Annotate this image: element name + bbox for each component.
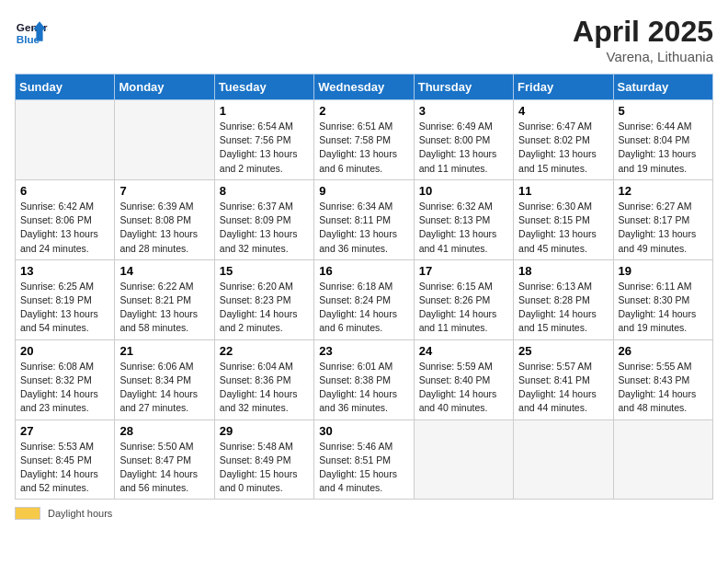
calendar-body: 1Sunrise: 6:54 AM Sunset: 7:56 PM Daylig…: [16, 100, 713, 500]
calendar-week-row: 6Sunrise: 6:42 AM Sunset: 8:06 PM Daylig…: [16, 179, 713, 259]
daylight-swatch: [15, 507, 40, 520]
day-info: Sunrise: 6:08 AM Sunset: 8:32 PM Dayligh…: [20, 360, 109, 416]
calendar-cell: 28Sunrise: 5:50 AM Sunset: 8:47 PM Dayli…: [115, 419, 214, 500]
calendar-cell: 25Sunrise: 5:57 AM Sunset: 8:41 PM Dayli…: [514, 339, 613, 419]
calendar-cell: 26Sunrise: 5:55 AM Sunset: 8:43 PM Dayli…: [613, 339, 712, 419]
day-number: 7: [119, 184, 209, 198]
calendar-cell: 5Sunrise: 6:44 AM Sunset: 8:04 PM Daylig…: [613, 100, 712, 180]
day-number: 30: [319, 424, 408, 438]
day-number: 4: [518, 104, 608, 118]
day-number: 26: [619, 344, 708, 358]
calendar-cell: 24Sunrise: 5:59 AM Sunset: 8:40 PM Dayli…: [414, 339, 513, 419]
day-info: Sunrise: 5:55 AM Sunset: 8:43 PM Dayligh…: [619, 360, 708, 416]
calendar-cell: [16, 100, 115, 180]
calendar-cell: 12Sunrise: 6:27 AM Sunset: 8:17 PM Dayli…: [613, 179, 712, 259]
location-subtitle: Varena, Lithuania: [573, 49, 713, 64]
day-info: Sunrise: 6:34 AM Sunset: 8:11 PM Dayligh…: [319, 200, 408, 256]
day-number: 29: [220, 424, 309, 438]
weekday-header: Thursday: [414, 75, 513, 100]
day-info: Sunrise: 6:54 AM Sunset: 7:56 PM Dayligh…: [220, 120, 309, 176]
calendar-cell: 19Sunrise: 6:11 AM Sunset: 8:30 PM Dayli…: [613, 259, 712, 339]
weekday-header: Friday: [514, 75, 613, 100]
day-number: 8: [220, 184, 309, 198]
day-number: 12: [619, 184, 708, 198]
calendar-cell: 13Sunrise: 6:25 AM Sunset: 8:19 PM Dayli…: [16, 259, 115, 339]
calendar-cell: 17Sunrise: 6:15 AM Sunset: 8:26 PM Dayli…: [414, 259, 513, 339]
day-info: Sunrise: 5:48 AM Sunset: 8:49 PM Dayligh…: [220, 440, 309, 496]
calendar-header: SundayMondayTuesdayWednesdayThursdayFrid…: [16, 75, 713, 100]
day-number: 2: [319, 104, 408, 118]
calendar-cell: [414, 419, 513, 500]
day-number: 27: [20, 424, 109, 438]
title-block: April 2025 Varena, Lithuania: [573, 15, 713, 64]
calendar-cell: 8Sunrise: 6:37 AM Sunset: 8:09 PM Daylig…: [214, 179, 313, 259]
calendar-cell: 11Sunrise: 6:30 AM Sunset: 8:15 PM Dayli…: [514, 179, 613, 259]
day-info: Sunrise: 6:25 AM Sunset: 8:19 PM Dayligh…: [20, 280, 109, 336]
day-info: Sunrise: 6:27 AM Sunset: 8:17 PM Dayligh…: [619, 200, 708, 256]
day-info: Sunrise: 6:47 AM Sunset: 8:02 PM Dayligh…: [518, 120, 608, 176]
day-number: 21: [119, 344, 209, 358]
calendar-cell: [115, 100, 214, 180]
day-info: Sunrise: 5:53 AM Sunset: 8:45 PM Dayligh…: [20, 440, 109, 496]
calendar-week-row: 20Sunrise: 6:08 AM Sunset: 8:32 PM Dayli…: [16, 339, 713, 419]
calendar-cell: 29Sunrise: 5:48 AM Sunset: 8:49 PM Dayli…: [214, 419, 313, 500]
weekday-header: Tuesday: [214, 75, 313, 100]
day-number: 24: [419, 344, 508, 358]
calendar-cell: 22Sunrise: 6:04 AM Sunset: 8:36 PM Dayli…: [214, 339, 313, 419]
day-number: 19: [619, 264, 708, 278]
calendar-cell: 27Sunrise: 5:53 AM Sunset: 8:45 PM Dayli…: [16, 419, 115, 500]
day-number: 1: [220, 104, 309, 118]
weekday-header: Wednesday: [314, 75, 414, 100]
day-info: Sunrise: 6:42 AM Sunset: 8:06 PM Dayligh…: [20, 200, 109, 256]
calendar-cell: 9Sunrise: 6:34 AM Sunset: 8:11 PM Daylig…: [314, 179, 414, 259]
calendar-cell: 18Sunrise: 6:13 AM Sunset: 8:28 PM Dayli…: [514, 259, 613, 339]
logo: General Blue: [15, 15, 48, 48]
day-info: Sunrise: 6:44 AM Sunset: 8:04 PM Dayligh…: [619, 120, 708, 176]
day-number: 22: [220, 344, 309, 358]
day-number: 3: [419, 104, 508, 118]
day-info: Sunrise: 6:11 AM Sunset: 8:30 PM Dayligh…: [619, 280, 708, 336]
day-info: Sunrise: 6:51 AM Sunset: 7:58 PM Dayligh…: [319, 120, 408, 176]
weekday-header: Monday: [115, 75, 214, 100]
day-info: Sunrise: 6:01 AM Sunset: 8:38 PM Dayligh…: [319, 360, 408, 416]
calendar-cell: 14Sunrise: 6:22 AM Sunset: 8:21 PM Dayli…: [115, 259, 214, 339]
day-number: 13: [20, 264, 109, 278]
day-info: Sunrise: 6:39 AM Sunset: 8:08 PM Dayligh…: [119, 200, 209, 256]
logo-icon: General Blue: [15, 15, 48, 48]
page-header: General Blue April 2025 Varena, Lithuani…: [15, 15, 713, 64]
day-info: Sunrise: 6:30 AM Sunset: 8:15 PM Dayligh…: [518, 200, 608, 256]
month-title: April 2025: [573, 15, 713, 49]
calendar-cell: 3Sunrise: 6:49 AM Sunset: 8:00 PM Daylig…: [414, 100, 513, 180]
calendar-cell: 1Sunrise: 6:54 AM Sunset: 7:56 PM Daylig…: [214, 100, 313, 180]
day-number: 17: [419, 264, 508, 278]
day-number: 23: [319, 344, 408, 358]
calendar-cell: 7Sunrise: 6:39 AM Sunset: 8:08 PM Daylig…: [115, 179, 214, 259]
day-number: 15: [220, 264, 309, 278]
day-info: Sunrise: 6:20 AM Sunset: 8:23 PM Dayligh…: [220, 280, 309, 336]
calendar-cell: 6Sunrise: 6:42 AM Sunset: 8:06 PM Daylig…: [16, 179, 115, 259]
calendar-cell: 20Sunrise: 6:08 AM Sunset: 8:32 PM Dayli…: [16, 339, 115, 419]
footer: Daylight hours: [15, 507, 713, 520]
day-number: 6: [20, 184, 109, 198]
day-number: 14: [119, 264, 209, 278]
calendar-cell: 4Sunrise: 6:47 AM Sunset: 8:02 PM Daylig…: [514, 100, 613, 180]
weekday-header: Saturday: [613, 75, 712, 100]
calendar-table: SundayMondayTuesdayWednesdayThursdayFrid…: [15, 74, 713, 500]
day-info: Sunrise: 6:18 AM Sunset: 8:24 PM Dayligh…: [319, 280, 408, 336]
day-info: Sunrise: 6:37 AM Sunset: 8:09 PM Dayligh…: [220, 200, 309, 256]
calendar-week-row: 1Sunrise: 6:54 AM Sunset: 7:56 PM Daylig…: [16, 100, 713, 180]
day-info: Sunrise: 6:22 AM Sunset: 8:21 PM Dayligh…: [119, 280, 209, 336]
day-number: 9: [319, 184, 408, 198]
day-number: 16: [319, 264, 408, 278]
day-number: 20: [20, 344, 109, 358]
day-number: 25: [518, 344, 608, 358]
day-info: Sunrise: 6:04 AM Sunset: 8:36 PM Dayligh…: [220, 360, 309, 416]
day-number: 18: [518, 264, 608, 278]
calendar-cell: 2Sunrise: 6:51 AM Sunset: 7:58 PM Daylig…: [314, 100, 414, 180]
calendar-cell: [514, 419, 613, 500]
calendar-cell: 30Sunrise: 5:46 AM Sunset: 8:51 PM Dayli…: [314, 419, 414, 500]
day-info: Sunrise: 5:50 AM Sunset: 8:47 PM Dayligh…: [119, 440, 209, 496]
day-info: Sunrise: 6:06 AM Sunset: 8:34 PM Dayligh…: [119, 360, 209, 416]
day-info: Sunrise: 6:49 AM Sunset: 8:00 PM Dayligh…: [419, 120, 508, 176]
day-number: 11: [518, 184, 608, 198]
